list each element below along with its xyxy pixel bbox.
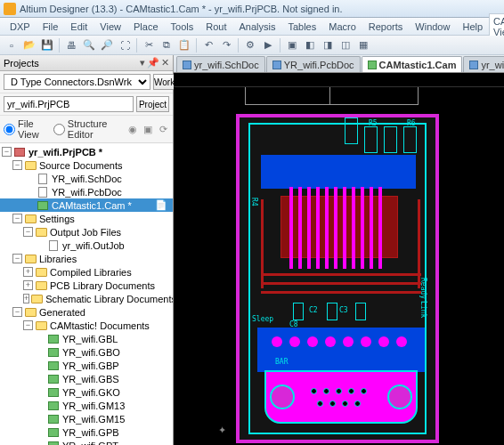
tool3-icon[interactable]: ◨ [320,37,336,53]
tree-opt3-icon[interactable]: ⟳ [157,123,169,135]
tree-item[interactable]: yr_wifi.OutJob [0,239,173,252]
tree-item[interactable]: YR_wifi.GBO [0,345,173,359]
close-icon[interactable]: ✕ [161,57,169,69]
tree-folder[interactable]: −Libraries [0,252,173,265]
redo-icon[interactable]: ↷ [218,37,234,53]
menu-rout[interactable]: Rout [199,20,232,34]
project-input[interactable] [4,96,134,112]
toolbar-sep [280,38,280,53]
tree-item[interactable]: YR_wifi.GBP [0,359,173,372]
zoom-icon[interactable]: 🔍 [81,37,97,53]
menu-tools[interactable]: Tools [165,20,200,34]
toolbar-sep [136,38,137,53]
workspace-select[interactable]: D Type Connectors.DsnWrk [4,74,150,90]
project-button[interactable]: Project [136,96,169,112]
tree-opt1-icon[interactable]: ◉ [126,123,139,135]
pad [343,336,354,347]
toolbar-sep [59,38,60,53]
open-icon[interactable]: 📂 [21,37,37,53]
menu-reports[interactable]: Reports [362,20,410,34]
projects-panel: Projects ▾ 📌 ✕ D Type Connectors.DsnWrk … [0,55,174,445]
tree-folder[interactable]: −Source Documents [0,158,173,172]
print-icon[interactable]: 🖶 [63,37,79,53]
structure-radio[interactable]: Structure Editor [53,118,121,140]
tree-item[interactable]: YR_wifi.GBS [0,372,173,385]
menu-bar: DXP File Edit View Place Tools Rout Anal… [0,18,504,36]
menu-window[interactable]: Window [409,20,456,34]
tool2-icon[interactable]: ◧ [302,37,318,53]
toolbar-sep [196,38,197,53]
trace [418,199,420,288]
tree-opt2-icon[interactable]: ▣ [142,123,154,135]
tree-folder[interactable]: +Schematic Library Documents [0,292,173,305]
tab-sch[interactable]: yr_wifi.SchDoc [176,56,265,72]
tree-item[interactable]: YR_wifi.PcbDoc [0,185,173,198]
silk-c3: C3 [339,306,348,314]
menu-dxp[interactable]: DXP [4,20,37,34]
tree-folder[interactable]: −Settings [0,212,173,225]
menu-edit[interactable]: Edit [64,20,93,34]
app-icon [4,3,16,15]
window-title: Altium Designer (13.3) - CAMtastic1.Cam … [20,4,343,14]
menu-tables[interactable]: Tables [281,20,322,34]
project-tree[interactable]: −yr_wifi.PrjPCB * −Source Documents YR_w… [0,143,173,445]
tab-outjob[interactable]: yr_wifi.OutJob [463,56,504,72]
new-icon[interactable]: ▫ [4,37,20,53]
auto-hide-icon[interactable]: 📌 [147,57,159,69]
tree-item[interactable]: YR_wifi.SchDoc [0,172,173,185]
undo-icon[interactable]: ↶ [200,37,216,53]
cut-icon[interactable]: ✂ [141,37,157,53]
conn-pin [311,388,317,394]
tree-item[interactable]: YR_wifi.GM15 [0,412,173,425]
tree-item[interactable]: YR_wifi.GKO [0,385,173,399]
tool4-icon[interactable]: ◫ [337,37,354,53]
cam-editor[interactable]: R5 R6 [174,87,504,445]
tree-item[interactable]: YR_wifi.GPT [0,439,173,445]
silk-sleep: Sleep [252,315,273,323]
zoomout-icon[interactable]: 🔎 [99,37,115,53]
trace [261,291,421,294]
silk-r5: R5 [369,119,378,127]
menu-place[interactable]: Place [127,20,165,34]
pin-icon[interactable]: ▾ [140,57,145,69]
pad [289,336,300,347]
silk-ready: Ready [419,278,427,299]
tool5-icon[interactable]: ▦ [355,37,371,53]
file-view-radio[interactable]: File View [4,118,48,140]
resistor [384,126,397,153]
tree-item[interactable]: YR_wifi.GPB [0,425,173,439]
menu-file[interactable]: File [37,20,65,34]
tree-folder[interactable]: −Generated [0,305,173,319]
paste-icon[interactable]: 📋 [176,37,192,53]
pad [396,336,407,347]
menu-analysis[interactable]: Analysis [232,20,281,34]
db9-connector [264,370,418,424]
tree-item[interactable]: YR_wifi.GM13 [0,399,173,412]
gear-icon[interactable]: ⚙ [242,37,258,53]
tab-pcb[interactable]: YR_wifi.PcbDoc [266,56,361,72]
tool1-icon[interactable]: ▣ [284,37,300,53]
panel-controls: ▾ 📌 ✕ [140,57,169,69]
tree-folder[interactable]: +PCB Library Documents [0,279,173,292]
cap [293,303,304,320]
tree-root[interactable]: −yr_wifi.PrjPCB * [0,145,173,158]
menu-view[interactable]: View [93,20,127,34]
mount-hole [270,384,295,409]
menu-help[interactable]: Help [456,20,489,34]
tree-folder[interactable]: −Output Job Files [0,225,173,239]
fit-icon[interactable]: ⛶ [117,37,133,53]
tree-folder[interactable]: +Compiled Libraries [0,265,173,279]
menu-macro[interactable]: Macro [322,20,362,34]
copy-icon[interactable]: ⧉ [159,37,175,53]
silk-r4: R4 [250,198,258,206]
title-bar: Altium Designer (13.3) - CAMtastic1.Cam … [0,0,504,18]
tree-item[interactable]: YR_wifi.GBL [0,332,173,345]
tab-cam[interactable]: CAMtastic1.Cam [362,56,463,72]
toolbar: ▫ 📂 💾 🖶 🔍 🔎 ⛶ ✂ ⧉ 📋 ↶ ↷ ⚙ ▶ ▣ ◧ ◨ ◫ ▦ [0,36,504,55]
tree-item-selected[interactable]: CAMtastic1.Cam *📄 [0,198,173,212]
save-icon[interactable]: 💾 [39,37,55,53]
tree-folder[interactable]: −CAMtastic! Documents [0,319,173,332]
conn-pin [317,400,323,407]
run-icon[interactable]: ▶ [260,37,276,53]
silk-link: Link [419,301,427,318]
